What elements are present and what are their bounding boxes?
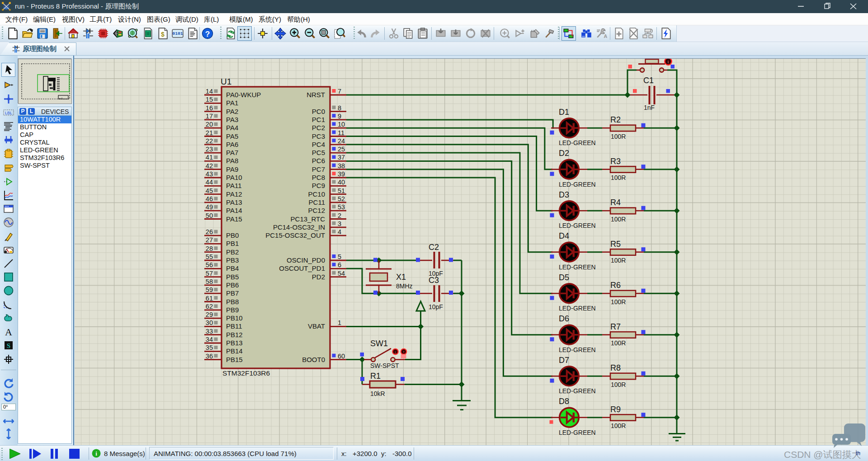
svg-text:9: 9 bbox=[338, 113, 341, 120]
svg-text:D5: D5 bbox=[559, 273, 569, 282]
svg-text:C1: C1 bbox=[643, 76, 654, 85]
svg-text:54: 54 bbox=[338, 270, 345, 277]
svg-text:44: 44 bbox=[206, 179, 213, 186]
svg-text:D6: D6 bbox=[559, 314, 569, 323]
svg-text:10kR: 10kR bbox=[370, 390, 385, 397]
svg-text:58: 58 bbox=[206, 278, 213, 285]
svg-text:38: 38 bbox=[338, 162, 345, 169]
svg-text:5: 5 bbox=[338, 253, 341, 260]
svg-text:62: 62 bbox=[206, 303, 213, 310]
svg-text:PB12: PB12 bbox=[226, 331, 243, 339]
svg-text:↕: ↕ bbox=[667, 59, 670, 64]
svg-text:LED-GREEN: LED-GREEN bbox=[559, 222, 596, 229]
svg-text:33: 33 bbox=[206, 328, 213, 335]
svg-text:8: 8 bbox=[338, 104, 341, 112]
svg-text:PB4: PB4 bbox=[226, 264, 239, 272]
svg-text:35: 35 bbox=[206, 344, 213, 351]
svg-text:R9: R9 bbox=[610, 405, 621, 414]
svg-text:VBAT: VBAT bbox=[308, 322, 325, 330]
svg-text:PC5: PC5 bbox=[312, 149, 325, 156]
svg-text:PB9: PB9 bbox=[226, 306, 239, 314]
svg-text:R4: R4 bbox=[610, 198, 621, 207]
svg-text:PC0: PC0 bbox=[312, 108, 325, 115]
svg-text:R6: R6 bbox=[610, 281, 621, 290]
svg-text:PA4: PA4 bbox=[226, 124, 238, 132]
svg-text:50: 50 bbox=[206, 212, 213, 219]
svg-text:PA8: PA8 bbox=[226, 157, 238, 165]
svg-text:PB2: PB2 bbox=[226, 248, 239, 256]
svg-text:D7: D7 bbox=[559, 356, 569, 365]
svg-text:43: 43 bbox=[206, 170, 213, 178]
svg-text:BOOT0: BOOT0 bbox=[302, 356, 325, 363]
svg-text:59: 59 bbox=[206, 286, 213, 293]
svg-text:52: 52 bbox=[338, 195, 345, 202]
svg-text:PA7: PA7 bbox=[226, 149, 238, 156]
svg-text:PA12: PA12 bbox=[226, 190, 242, 198]
svg-text:PC6: PC6 bbox=[312, 157, 325, 165]
svg-text:PC13_RTC: PC13_RTC bbox=[291, 215, 326, 223]
svg-text:100R: 100R bbox=[611, 257, 626, 264]
svg-text:LED-GREEN: LED-GREEN bbox=[559, 429, 596, 436]
svg-text:40: 40 bbox=[338, 179, 345, 186]
svg-text:PA14: PA14 bbox=[226, 207, 242, 214]
svg-text:PC14-OSC32_IN: PC14-OSC32_IN bbox=[273, 223, 325, 231]
svg-text:100R: 100R bbox=[611, 216, 626, 223]
svg-text:R8: R8 bbox=[610, 363, 621, 372]
svg-text:42: 42 bbox=[206, 162, 213, 169]
svg-text:R3: R3 bbox=[610, 157, 621, 166]
svg-text:PC1: PC1 bbox=[312, 116, 325, 123]
svg-text:1: 1 bbox=[338, 319, 341, 326]
svg-text:PC12: PC12 bbox=[308, 207, 325, 214]
svg-text:$: $ bbox=[161, 31, 165, 38]
svg-text:PB14: PB14 bbox=[226, 347, 243, 355]
svg-text:A: A bbox=[604, 33, 607, 39]
svg-text:51: 51 bbox=[338, 187, 345, 194]
svg-text:LED-GREEN: LED-GREEN bbox=[559, 181, 596, 188]
svg-text:41: 41 bbox=[206, 154, 213, 161]
svg-text:23: 23 bbox=[206, 146, 213, 153]
svg-text:100R: 100R bbox=[611, 174, 626, 181]
svg-text:100R: 100R bbox=[611, 298, 626, 306]
svg-text:PB10: PB10 bbox=[226, 314, 243, 322]
svg-text:61: 61 bbox=[206, 295, 213, 302]
svg-text:LED-GREEN: LED-GREEN bbox=[559, 139, 596, 146]
svg-text:SW1: SW1 bbox=[370, 339, 388, 348]
svg-text:i: i bbox=[95, 450, 97, 457]
svg-text:C2: C2 bbox=[429, 243, 439, 252]
svg-text:55: 55 bbox=[206, 253, 213, 260]
svg-text:53: 53 bbox=[338, 203, 345, 211]
svg-text:22: 22 bbox=[206, 137, 213, 145]
svg-text:PC11: PC11 bbox=[309, 198, 325, 206]
svg-text:PC3: PC3 bbox=[312, 132, 325, 140]
svg-text:STM32F103R6: STM32F103R6 bbox=[222, 369, 270, 377]
svg-text:17: 17 bbox=[206, 113, 213, 120]
svg-text:10pF: 10pF bbox=[429, 303, 443, 310]
svg-text:D1: D1 bbox=[559, 108, 569, 117]
svg-text:36: 36 bbox=[206, 353, 213, 360]
svg-text:PB8: PB8 bbox=[226, 298, 239, 306]
svg-text:PA10: PA10 bbox=[226, 174, 242, 181]
svg-text:LED-GREEN: LED-GREEN bbox=[559, 346, 596, 353]
svg-text:24: 24 bbox=[338, 137, 345, 145]
svg-text:20: 20 bbox=[206, 121, 213, 128]
svg-text:11: 11 bbox=[338, 129, 344, 136]
svg-text:PB0: PB0 bbox=[226, 231, 239, 239]
svg-text:LED-GREEN: LED-GREEN bbox=[559, 387, 596, 395]
svg-text:37: 37 bbox=[338, 154, 345, 161]
svg-text:PB7: PB7 bbox=[226, 289, 239, 297]
svg-text:29: 29 bbox=[206, 311, 213, 318]
svg-text:7: 7 bbox=[338, 88, 341, 95]
svg-text:30: 30 bbox=[206, 319, 213, 326]
svg-text:PC15-OSC32_OUT: PC15-OSC32_OUT bbox=[265, 231, 325, 239]
svg-text:?: ? bbox=[205, 29, 210, 38]
svg-text:SW-SPST: SW-SPST bbox=[370, 362, 399, 369]
svg-text:D3: D3 bbox=[559, 190, 569, 199]
svg-text:45: 45 bbox=[206, 187, 213, 194]
svg-text:PA5: PA5 bbox=[226, 132, 238, 140]
svg-text:LED-GREEN: LED-GREEN bbox=[559, 263, 596, 271]
svg-text:6: 6 bbox=[338, 261, 341, 268]
svg-text:57: 57 bbox=[206, 270, 213, 277]
svg-text:PB15: PB15 bbox=[226, 356, 243, 363]
svg-text:PB1: PB1 bbox=[226, 240, 239, 247]
svg-text:100R: 100R bbox=[611, 381, 626, 388]
